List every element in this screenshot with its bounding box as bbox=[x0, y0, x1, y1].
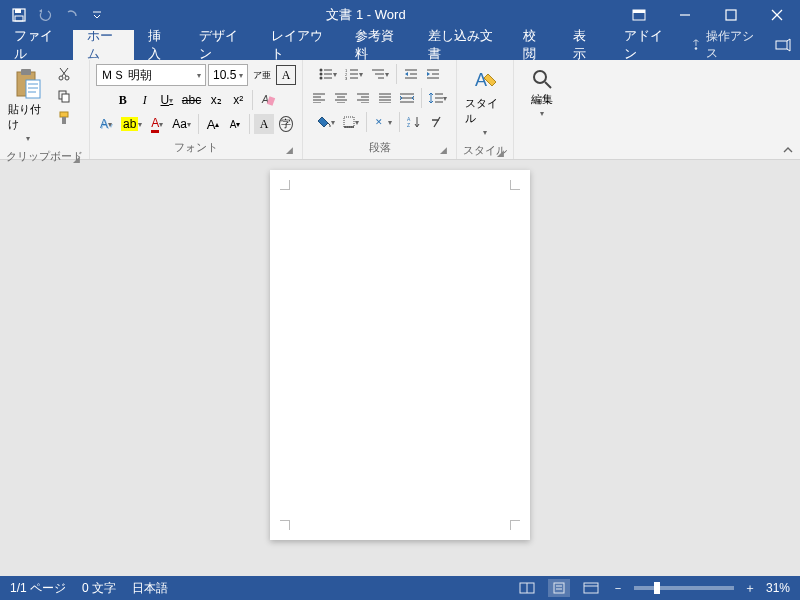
tab-layout[interactable]: レイアウト bbox=[257, 30, 341, 60]
font-name-select[interactable]: ＭＳ 明朝 ▾ bbox=[96, 64, 206, 86]
justify-button[interactable] bbox=[375, 88, 395, 108]
tab-mailings[interactable]: 差し込み文書 bbox=[414, 30, 509, 60]
format-painter-button[interactable] bbox=[54, 108, 74, 128]
font-size-select[interactable]: 10.5 ▾ bbox=[208, 64, 248, 86]
paragraph-launcher[interactable]: ◢ bbox=[438, 145, 448, 155]
superscript-button[interactable]: x² bbox=[228, 90, 248, 110]
enclose-char-button[interactable]: 字 bbox=[276, 114, 296, 134]
shading-button[interactable]: ▾ bbox=[314, 112, 338, 132]
shrink-font-button[interactable]: A▾ bbox=[225, 114, 245, 134]
tab-insert[interactable]: 挿入 bbox=[134, 30, 184, 60]
ribbon-display-button[interactable] bbox=[616, 0, 662, 30]
strikethrough-button[interactable]: abc bbox=[179, 90, 204, 110]
page-count[interactable]: 1/1 ページ bbox=[10, 580, 66, 597]
font-launcher[interactable]: ◢ bbox=[284, 145, 294, 155]
character-border-button[interactable]: A bbox=[276, 65, 296, 85]
collapse-ribbon-button[interactable] bbox=[782, 145, 794, 155]
svg-text:3: 3 bbox=[345, 76, 348, 80]
align-left-button[interactable] bbox=[309, 88, 329, 108]
svg-text:A: A bbox=[475, 70, 487, 90]
grow-font-button[interactable]: A▴ bbox=[203, 114, 223, 134]
font-color-button[interactable]: A▾ bbox=[147, 114, 167, 134]
margin-mark bbox=[510, 520, 520, 530]
maximize-button[interactable] bbox=[708, 0, 754, 30]
styles-label: スタイル bbox=[465, 96, 505, 126]
svg-text:Z: Z bbox=[407, 122, 410, 128]
svg-rect-11 bbox=[776, 41, 787, 49]
distributed-button[interactable] bbox=[397, 88, 417, 108]
subscript-button[interactable]: x₂ bbox=[206, 90, 226, 110]
chevron-down-icon: ▾ bbox=[483, 128, 487, 137]
editing-button[interactable]: 編集 ▾ bbox=[520, 64, 564, 122]
italic-button[interactable]: I bbox=[135, 90, 155, 110]
svg-rect-2 bbox=[15, 16, 23, 21]
margin-mark bbox=[510, 180, 520, 190]
zoom-out-button[interactable]: － bbox=[612, 580, 624, 597]
tab-addins[interactable]: アドイン bbox=[610, 30, 683, 60]
margin-mark bbox=[280, 520, 290, 530]
tab-home[interactable]: ホーム bbox=[73, 30, 135, 60]
borders-button[interactable]: ▾ bbox=[340, 112, 362, 132]
svg-rect-23 bbox=[62, 94, 69, 102]
group-editing: 編集 ▾ bbox=[514, 60, 570, 159]
zoom-slider[interactable] bbox=[634, 586, 734, 590]
asian-layout-button[interactable]: ✕▾ bbox=[371, 112, 395, 132]
line-spacing-button[interactable]: ▾ bbox=[426, 88, 450, 108]
phonetic-guide-button[interactable]: ア亜 bbox=[250, 65, 274, 85]
decrease-indent-button[interactable] bbox=[401, 64, 421, 84]
zoom-slider-thumb[interactable] bbox=[654, 582, 660, 594]
multilevel-list-button[interactable]: ▾ bbox=[368, 64, 392, 84]
change-case-button[interactable]: Aa▾ bbox=[169, 114, 194, 134]
share-button[interactable] bbox=[766, 30, 800, 60]
char-shading-button[interactable]: A bbox=[254, 114, 274, 134]
svg-point-32 bbox=[320, 77, 323, 80]
numbering-button[interactable]: 123▾ bbox=[342, 64, 366, 84]
tab-view[interactable]: 表示 bbox=[559, 30, 609, 60]
qat-customize-button[interactable] bbox=[86, 4, 108, 26]
styles-button[interactable]: A スタイル ▾ bbox=[463, 64, 507, 141]
redo-button[interactable] bbox=[60, 4, 82, 26]
svg-point-77 bbox=[534, 71, 546, 83]
sort-button[interactable]: AZ bbox=[404, 112, 424, 132]
tab-review[interactable]: 校閲 bbox=[509, 30, 559, 60]
tell-me-search[interactable]: 操作アシス bbox=[682, 30, 765, 60]
clipboard-launcher[interactable]: ◢ bbox=[71, 154, 81, 164]
tab-design[interactable]: デザイン bbox=[185, 30, 258, 60]
minimize-button[interactable] bbox=[662, 0, 708, 30]
group-styles: A スタイル ▾ スタイル ◢ bbox=[457, 60, 514, 159]
text-effects-button[interactable]: A▾ bbox=[96, 114, 116, 134]
read-mode-button[interactable] bbox=[516, 579, 538, 597]
group-clipboard-label: クリップボード ◢ bbox=[6, 147, 83, 166]
bold-button[interactable]: B bbox=[113, 90, 133, 110]
align-center-button[interactable] bbox=[331, 88, 351, 108]
highlight-button[interactable]: ab▾ bbox=[118, 114, 145, 134]
clear-formatting-button[interactable]: A bbox=[257, 90, 279, 110]
tab-references[interactable]: 参考資料 bbox=[341, 30, 414, 60]
svg-point-28 bbox=[320, 69, 323, 72]
styles-launcher[interactable]: ◢ bbox=[495, 148, 505, 158]
language-status[interactable]: 日本語 bbox=[132, 580, 168, 597]
underline-button[interactable]: U▾ bbox=[157, 90, 177, 110]
close-button[interactable] bbox=[754, 0, 800, 30]
svg-rect-81 bbox=[554, 583, 564, 593]
save-button[interactable] bbox=[8, 4, 30, 26]
copy-button[interactable] bbox=[54, 86, 74, 106]
title-bar: 文書 1 - Word bbox=[0, 0, 800, 30]
zoom-level[interactable]: 31% bbox=[766, 581, 790, 595]
align-right-button[interactable] bbox=[353, 88, 373, 108]
tab-file[interactable]: ファイル bbox=[0, 30, 73, 60]
cut-button[interactable] bbox=[54, 64, 74, 84]
increase-indent-button[interactable] bbox=[423, 64, 443, 84]
print-layout-button[interactable] bbox=[548, 579, 570, 597]
group-paragraph: ▾ 123▾ ▾ ▾ ▾ ▾ bbox=[303, 60, 457, 159]
web-layout-button[interactable] bbox=[580, 579, 602, 597]
chevron-down-icon: ▾ bbox=[197, 71, 201, 80]
word-count[interactable]: 0 文字 bbox=[82, 580, 116, 597]
paste-button[interactable]: 貼り付け ▾ bbox=[6, 64, 50, 147]
zoom-in-button[interactable]: ＋ bbox=[744, 580, 756, 597]
document-page[interactable] bbox=[270, 170, 530, 540]
show-marks-button[interactable] bbox=[426, 112, 446, 132]
undo-button[interactable] bbox=[34, 4, 56, 26]
bullets-button[interactable]: ▾ bbox=[316, 64, 340, 84]
document-area[interactable] bbox=[0, 160, 800, 576]
